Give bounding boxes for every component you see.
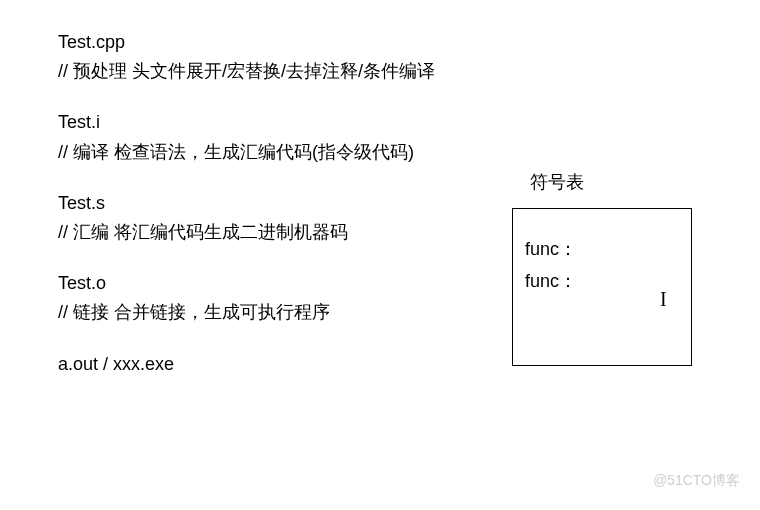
stage-description: // 预处理 头文件展开/宏替换/去掉注释/条件编译 [58, 59, 760, 84]
symbol-table-box: func： func： [512, 208, 692, 366]
symbol-entry: func： [525, 233, 679, 265]
text-cursor-icon: I [660, 288, 667, 311]
symbol-entry: func： [525, 265, 679, 297]
stage-block: Test.i // 编译 检查语法，生成汇编代码(指令级代码) [58, 110, 760, 164]
stage-block: Test.cpp // 预处理 头文件展开/宏替换/去掉注释/条件编译 [58, 30, 760, 84]
watermark: @51CTO博客 [653, 472, 740, 490]
symbol-table-label: 符号表 [530, 170, 584, 194]
stage-filename: Test.cpp [58, 30, 760, 55]
stage-description: // 编译 检查语法，生成汇编代码(指令级代码) [58, 140, 760, 165]
stage-filename: Test.i [58, 110, 760, 135]
